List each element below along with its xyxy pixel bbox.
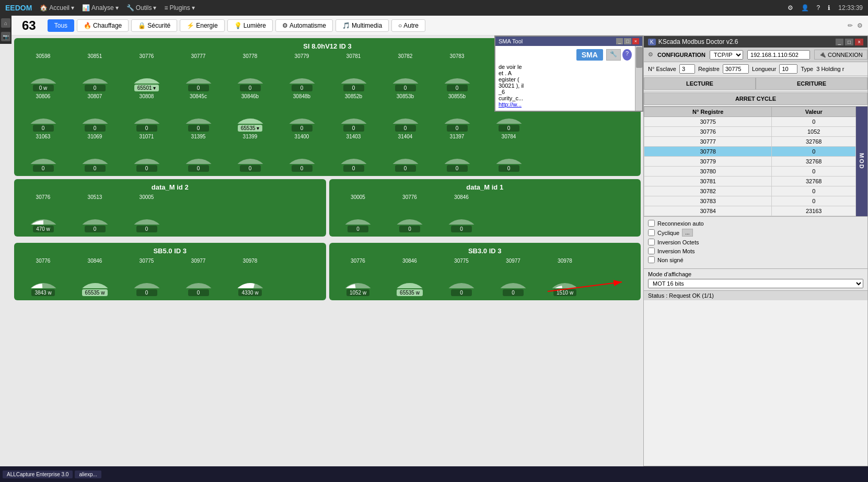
filter-securite[interactable]: 🔒 Sécurité [131, 19, 177, 32]
gauge-31397[interactable]: 31397 0 [432, 134, 482, 172]
nav-analyse[interactable]: 📊 Analyse ▾ [82, 4, 119, 11]
gauge-30776-si[interactable]: 30776 65501 ▾ [122, 53, 171, 91]
sma-scrollbar-thumb[interactable] [636, 47, 642, 68]
table-row[interactable]: 3077732768 [644, 137, 856, 147]
inversion-mots-checkbox[interactable] [648, 248, 655, 254]
table-row[interactable]: 3078132768 [644, 177, 856, 186]
gauge-dm1-30005[interactable]: 30005 0 [333, 194, 383, 232]
reconnexion-auto-checkbox[interactable] [648, 220, 655, 227]
sma-maximize-icon[interactable]: □ [624, 38, 631, 44]
minimize-icon[interactable]: _ [836, 39, 844, 45]
gauge-sb5-30977[interactable]: 30977 0 [173, 258, 223, 296]
gauge-dm2-30005[interactable]: 30005 0 [122, 194, 171, 232]
sma-minimize-icon[interactable]: _ [616, 38, 623, 44]
protocol-select[interactable]: TCP/IP [710, 50, 743, 60]
gauge-30808[interactable]: 30808 0 [122, 93, 171, 132]
gauge-sb3-30846[interactable]: 30846 65535 w [385, 258, 435, 296]
table-row[interactable]: 307761052 [644, 127, 856, 137]
filter-autre[interactable]: ○ Autre [391, 19, 425, 32]
settings-icon[interactable]: ⚙ [788, 4, 793, 11]
sma-link[interactable]: http://w... [499, 101, 522, 108]
filter-lumiere[interactable]: 💡 Lumière [227, 19, 273, 32]
table-row[interactable]: 3078423163 [644, 206, 856, 216]
register-input[interactable] [723, 64, 749, 74]
gauge-sb5-30978[interactable]: 30978 4330 w [225, 258, 275, 296]
gauge-30853b[interactable]: 30853b 0 [380, 93, 430, 132]
mode-select[interactable]: MOT 16 bits [648, 279, 863, 288]
gauge-31395[interactable]: 31395 0 [173, 134, 223, 172]
gauge-31404[interactable]: 31404 0 [380, 134, 430, 172]
gauge-31400[interactable]: 31400 0 [277, 134, 327, 172]
close-icon[interactable]: × [855, 39, 863, 45]
gauge-30778[interactable]: 30778 0 [225, 53, 275, 91]
gauge-30598[interactable]: 30598 0 w [18, 53, 68, 91]
nav-accueil[interactable]: 🏠 Accueil ▾ [40, 4, 74, 11]
gauge-31399[interactable]: 31399 0 [225, 134, 275, 172]
gauge-30855b[interactable]: 30855b 0 [432, 93, 482, 132]
nav-outils[interactable]: 🔧 Outils ▾ [126, 4, 157, 11]
sidebar-camera-icon[interactable]: 📷 [1, 32, 10, 41]
gauge-30852b[interactable]: 30852b 0 [329, 93, 378, 132]
gauge-sb3-30978[interactable]: 30978 1510 w [540, 258, 590, 296]
gauge-sb5-30846[interactable]: 30846 65535 w [70, 258, 120, 296]
help-icon[interactable]: ? [817, 4, 820, 11]
info-icon[interactable]: ℹ [828, 4, 830, 11]
gauge-dm2-30776[interactable]: 30776 470 w [18, 194, 68, 232]
gauge-sb3-30775[interactable]: 30775 0 [437, 258, 487, 296]
gauge-sb3-30776[interactable]: 30776 1052 w [333, 258, 383, 296]
table-row[interactable]: 307830 [644, 196, 856, 206]
gauge-30846b[interactable]: 30846b 65535 ▾ [225, 93, 275, 132]
gauge-30777[interactable]: 30777 0 [173, 53, 223, 91]
lecture-button[interactable]: LECTURE [644, 77, 756, 90]
gauge-31069[interactable]: 31069 0 [70, 134, 120, 172]
connexion-button[interactable]: 🔌 CONNEXION [814, 50, 867, 60]
esclave-input[interactable] [679, 64, 695, 74]
gauge-30779[interactable]: 30779 0 [277, 53, 327, 91]
filter-chauffage[interactable]: 🔥 Chauffage [77, 19, 129, 32]
gauge-sb3-30977[interactable]: 30977 0 [489, 258, 538, 296]
gauge-30807[interactable]: 30807 0 [70, 93, 120, 132]
inversion-octets-checkbox[interactable] [648, 239, 655, 245]
user-icon[interactable]: 👤 [801, 4, 809, 11]
ip-address-input[interactable] [747, 50, 810, 60]
arret-cycle-button[interactable]: ARRET CYCLE [644, 92, 867, 105]
cyclique-checkbox[interactable] [648, 229, 655, 236]
gauge-30851[interactable]: 30851 0 [70, 53, 120, 91]
taskbar-item-allcapture[interactable]: ALLCapture Enterprise 3.0 [3, 471, 73, 478]
table-row[interactable]: 307750 [644, 117, 856, 127]
ecriture-button[interactable]: ECRITURE [756, 77, 867, 90]
maximize-icon[interactable]: □ [845, 39, 853, 45]
table-row[interactable]: 307800 [644, 167, 856, 177]
sma-tool-icon[interactable]: 🔧 [606, 49, 621, 61]
gauge-30782[interactable]: 30782 0 [380, 53, 430, 91]
longueur-input[interactable] [779, 64, 797, 74]
sma-close-icon[interactable]: × [632, 38, 639, 44]
gauge-31071[interactable]: 31071 0 [122, 134, 171, 172]
pencil-icon[interactable]: ✏ [848, 22, 853, 29]
share-icon[interactable]: ⚙ [857, 22, 863, 29]
gauge-31063[interactable]: 31063 0 [18, 134, 68, 172]
gauge-dm1-30776[interactable]: 30776 0 [385, 194, 435, 232]
non-signe-checkbox[interactable] [648, 256, 655, 263]
table-row[interactable]: 3077932768 [644, 157, 856, 167]
gauge-30783[interactable]: 30783 0 [432, 53, 482, 91]
taskbar-item-aliexp[interactable]: aliexp... [75, 471, 101, 478]
nav-plugins[interactable]: ≡ Plugins ▾ [164, 4, 194, 11]
gauge-dm1-30846[interactable]: 30846 0 [437, 194, 487, 232]
table-row[interactable]: 307780 [644, 147, 856, 157]
sidebar-home-icon[interactable]: ⌂ [1, 18, 10, 28]
filter-multimedia[interactable]: 🎵 Multimedia [335, 19, 389, 32]
gauge-30845c[interactable]: 30845c 0 [173, 93, 223, 132]
gauge-31403[interactable]: 31403 0 [329, 134, 378, 172]
filter-automatisme[interactable]: ⚙ Automatisme [275, 19, 333, 32]
gauge-sb5-30775[interactable]: 30775 0 [122, 258, 171, 296]
sma-help-icon[interactable]: ? [622, 49, 632, 61]
gauge-30781[interactable]: 30781 0 [329, 53, 378, 91]
gauge-sb5-30776[interactable]: 30776 3843 w [18, 258, 68, 296]
filter-tous[interactable]: Tous [48, 19, 74, 32]
gauge-30848b[interactable]: 30848b 0 [277, 93, 327, 132]
cyclique-dots-button[interactable]: ... [682, 229, 692, 237]
table-row[interactable]: 307820 [644, 186, 856, 196]
filter-energie[interactable]: ⚡ Energie [180, 19, 224, 32]
gauge-30784[interactable]: 30784 0 [484, 134, 534, 172]
